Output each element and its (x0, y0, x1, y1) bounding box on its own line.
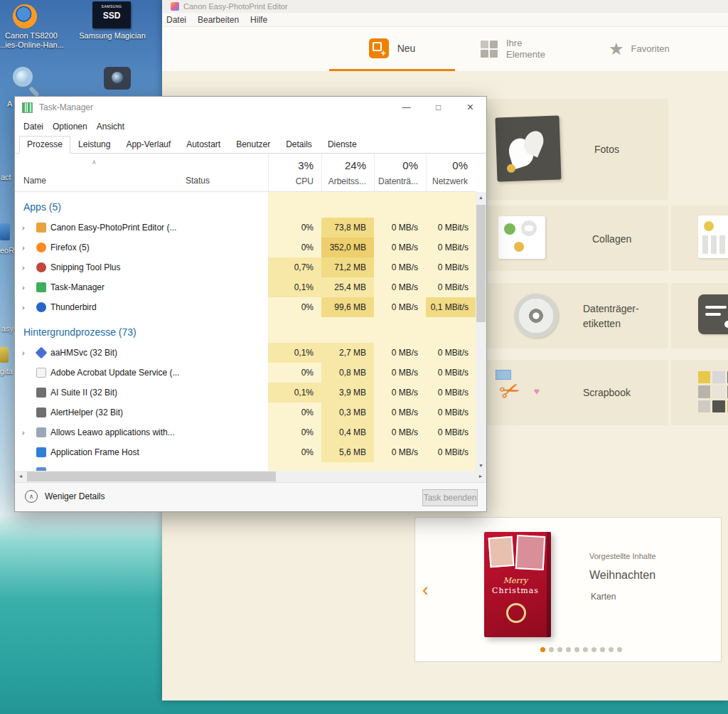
samsung-ssd-icon[interactable]: SAMSUNG SSD (92, 1, 131, 28)
scroll-right-icon[interactable]: ► (475, 471, 486, 482)
column-header-network[interactable]: 0% Netzwerk (426, 154, 476, 192)
expander-icon[interactable]: › (22, 238, 25, 257)
tm-menu-item[interactable]: Optionen (53, 122, 87, 132)
canon-titlebar[interactable]: Canon Easy-PhotoPrint Editor (162, 0, 728, 13)
network-cell: 0 MBit/s (426, 218, 476, 238)
tile-partial-calendar[interactable] (671, 206, 728, 271)
scroll-up-icon[interactable]: ▲ (476, 192, 486, 203)
column-header-name[interactable]: Name (23, 176, 46, 186)
canon-menu-item[interactable]: Datei (166, 15, 186, 25)
carousel-dot[interactable] (592, 647, 596, 652)
expander-icon[interactable]: › (22, 297, 25, 317)
carousel-dot[interactable] (557, 647, 562, 652)
partial-desktop-icon[interactable] (0, 347, 9, 363)
magnifier-glass (13, 67, 33, 87)
process-name: Application Frame Host (50, 442, 139, 462)
collapse-icon: ∧ (25, 490, 38, 503)
tm-tab[interactable]: Leistung (70, 136, 118, 154)
group-header-apps[interactable]: Apps (5) (15, 196, 476, 218)
cpu-cell: 0,1% (268, 383, 321, 403)
tm-menu-item[interactable]: Ansicht (97, 122, 124, 132)
carousel-dot[interactable] (583, 647, 588, 652)
fewer-details-toggle[interactable]: ∧ Weniger Details (25, 490, 105, 503)
tm-titlebar[interactable]: Task-Manager — □ × (15, 97, 486, 118)
network-cell: 0,1 MBit/s (426, 297, 476, 317)
carousel-dot[interactable] (600, 647, 605, 652)
carousel-dot[interactable] (540, 647, 545, 652)
tab-favoriten[interactable]: ★ Favoriten (609, 27, 670, 71)
network-cell (426, 462, 476, 471)
carousel-dot[interactable] (574, 647, 579, 652)
column-header-status[interactable]: Status (186, 176, 210, 186)
process-row[interactable]: › Firefox (5) 0% 352,0 MB 0 MB/s 0 MBit/… (15, 238, 476, 257)
carousel-prev-button[interactable]: ‹ (422, 580, 429, 599)
partial-desktop-icon[interactable] (0, 223, 10, 240)
column-header-memory[interactable]: 24% Arbeitss... (321, 154, 374, 192)
tm-tab[interactable]: Details (278, 136, 320, 154)
disk-cell: 0 MB/s (374, 343, 426, 363)
column-header-cpu[interactable]: 3% CPU (268, 154, 321, 192)
process-row[interactable]: AlertHelper (32 Bit) 0% 0,3 MB 0 MB/s 0 … (15, 403, 476, 422)
end-task-button[interactable]: Task beenden (422, 489, 478, 506)
shortcut-label-canon-handbook[interactable]: Canon TS8200 ...ies-Online-Han... (0, 31, 68, 50)
column-header-disk[interactable]: 0% Datenträ... (374, 154, 426, 192)
scroll-down-icon[interactable]: ▼ (476, 460, 486, 471)
process-row[interactable]: Application Frame Host 0% 5,6 MB 0 MB/s … (15, 442, 476, 462)
canon-menu-item[interactable]: Hilfe (250, 15, 267, 25)
process-icon (36, 347, 48, 359)
close-button[interactable]: × (454, 97, 486, 118)
memory-cell: 3,9 MB (321, 383, 374, 403)
expander-icon[interactable]: › (22, 422, 25, 442)
carousel-dot[interactable] (617, 647, 622, 652)
process-row[interactable]: › aaHMSvc (32 Bit) 0,1% 2,7 MB 0 MB/s 0 … (15, 343, 476, 363)
shortcut-label-samsung-magician[interactable]: Samsung Magician (77, 31, 148, 41)
carousel-dot[interactable] (566, 647, 571, 652)
firefox-icon[interactable] (13, 4, 37, 28)
vertical-scrollbar-thumb[interactable] (476, 205, 486, 322)
carousel-dots (540, 647, 622, 652)
horizontal-scrollbar-thumb[interactable] (27, 471, 276, 481)
group-header-background[interactable]: Hintergrundprozesse (73) (15, 321, 476, 343)
process-icon (36, 388, 46, 398)
process-row[interactable] (15, 462, 476, 471)
minimize-button[interactable]: — (390, 97, 422, 118)
expander-icon[interactable]: › (22, 218, 25, 238)
magnifier-icon[interactable] (11, 65, 41, 95)
tm-tab[interactable]: Prozesse (19, 136, 70, 154)
carousel-dot[interactable] (609, 647, 614, 652)
scroll-left-icon[interactable]: ◄ (15, 471, 26, 482)
christmas-card-preview[interactable]: Merry Christmas (484, 532, 551, 637)
process-row[interactable]: › Canon Easy-PhotoPrint Editor (... 0% 7… (15, 218, 476, 238)
process-row[interactable]: Adobe Acrobat Update Service (... 0% 0,8… (15, 363, 476, 383)
tm-tab[interactable]: Autostart (178, 136, 228, 154)
canon-menu-item[interactable]: Bearbeiten (198, 15, 239, 25)
carousel-dot[interactable] (549, 647, 554, 652)
desktop-label-fragment: gita (0, 367, 13, 375)
tm-tab[interactable]: Dienste (320, 136, 365, 154)
process-icon (36, 407, 46, 417)
process-name: aaHMSvc (32 Bit) (50, 343, 117, 363)
process-row[interactable]: › Allows Leawo applications with... 0% 0… (15, 422, 476, 442)
process-row[interactable]: › Task-Manager 0,1% 25,4 MB 0 MB/s 0 MBi… (15, 277, 476, 297)
tm-tab[interactable]: Benutzer (228, 136, 278, 154)
tm-menubar: Datei Optionen Ansicht (15, 118, 486, 135)
tab-ihre-elemente[interactable]: Ihre Elemente (481, 27, 545, 71)
horizontal-scrollbar[interactable]: ◄ ► (15, 471, 486, 482)
tab-neu[interactable]: + Neu (329, 27, 455, 69)
vertical-scrollbar[interactable]: ▲ ▼ (476, 192, 486, 471)
expander-icon[interactable]: › (22, 277, 25, 297)
process-row[interactable]: › Thunderbird 0% 99,6 MB 0 MB/s 0,1 MBit… (15, 297, 476, 317)
tab-favoriten-label: Favoriten (631, 43, 670, 55)
tm-menu-item[interactable]: Datei (23, 122, 43, 132)
memory-cell (321, 462, 374, 471)
desktop-label-fragment: asy (1, 324, 14, 333)
tile-partial-disc-label[interactable] (671, 283, 728, 348)
expander-icon[interactable]: › (22, 343, 25, 363)
camera-icon[interactable] (104, 67, 131, 90)
tile-partial-palette[interactable] (671, 360, 728, 425)
tm-tab[interactable]: App-Verlauf (118, 136, 178, 154)
maximize-button[interactable]: □ (422, 97, 454, 118)
expander-icon[interactable]: › (22, 257, 25, 277)
process-row[interactable]: › Snipping Tool Plus 0,7% 71,2 MB 0 MB/s… (15, 257, 476, 277)
process-row[interactable]: AI Suite II (32 Bit) 0,1% 3,9 MB 0 MB/s … (15, 383, 476, 403)
